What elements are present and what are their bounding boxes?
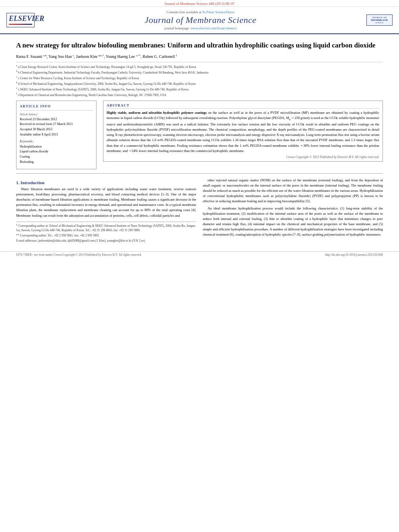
intro-right-para-1: other rejected natural organic matter (N… — [203, 178, 383, 204]
article-info-label: ARTICLE INFO — [20, 103, 93, 110]
sciverse-link[interactable]: SciVerse ScienceDirect — [202, 10, 234, 14]
keywords-label: Keywords: — [20, 139, 93, 144]
keywords-group: Keywords: Hydrophilization Liquid carbon… — [20, 139, 93, 165]
authors-line: Ratna F. Susanti a,b, Yang Soo Han c, Ja… — [16, 53, 383, 60]
jms-logo-bot: SCIENCE — [368, 22, 391, 24]
footnote-1: * Corresponding author at: School of Mec… — [16, 224, 196, 233]
affiliation-b: b b Chemical Engineering Department, Ind… — [16, 70, 383, 75]
authors-text: Ratna F. Susanti a,b, Yang Soo Han c, Ja… — [16, 54, 177, 59]
doi-text: http://dx.doi.org/10.1016/j.memsci.2013.… — [325, 253, 383, 257]
article-info-box: ARTICLE INFO Article history: Received 2… — [16, 101, 97, 169]
affiliation-e: e e SKKU Advanced Institute of Nano Tech… — [16, 86, 383, 92]
intro-right-col: other rejected natural organic matter (N… — [203, 178, 383, 244]
affiliation-d: d d School of Mechanical Engineering, Su… — [16, 81, 383, 86]
abstract-box: ABSTRACT Highly stable, uniform and ultr… — [103, 101, 383, 162]
copyright-line: Crown Copyright © 2013 Published by Else… — [107, 155, 379, 159]
intro-right-text: other rejected natural organic matter (N… — [203, 178, 383, 238]
journal-homepage: journal homepage: www.elsevier.com/locat… — [39, 26, 362, 30]
affiliations: a a Clean Energy Research Center, Korea … — [16, 62, 383, 97]
journal-reference-bar: Journal of Membrane Science 440 (2013) 8… — [0, 0, 399, 7]
intro-left-text: Water filtration membranes are used in a… — [16, 187, 196, 218]
introduction-section: 1. Introduction Water filtration membran… — [16, 178, 383, 244]
intro-left-para-1: Water filtration membranes are used in a… — [16, 187, 196, 218]
article-info-abstract-section: ARTICLE INFO Article history: Received 2… — [16, 101, 383, 169]
revised-date: Received in revised form 27 March 2013 — [20, 122, 93, 127]
footnote-2: ** Corresponding author. Tel.: +82 2 958… — [16, 233, 196, 238]
keyword-4: Biofouling — [20, 160, 93, 165]
footnote-3: E-mail addresses: jaehoonkim@skku.edu, k… — [16, 238, 196, 243]
elsevier-logo: ELSEVIER — [6, 13, 35, 27]
intro-right-para-2: An ideal membrane hydrophilization proce… — [203, 206, 383, 238]
footnotes: * Corresponding author at: School of Mec… — [16, 222, 196, 243]
journal-header: ELSEVIER Contents lists available at Sci… — [0, 7, 399, 34]
abstract-column: ABSTRACT Highly stable, uniform and ultr… — [103, 101, 383, 169]
received-date: Received 23 December 2012 — [20, 117, 93, 122]
journal-ref-text: Journal of Membrane Science 440 (2013) 8… — [165, 2, 234, 6]
abstract-text: Highly stable, uniform and ultrathin hyd… — [107, 110, 379, 154]
abstract-label: ABSTRACT — [107, 103, 379, 109]
keyword-2: Liquid carbon dioxide — [20, 149, 93, 154]
main-content: A new strategy for ultralow biofouling m… — [0, 34, 399, 248]
accepted-date: Accepted 30 March 2013 — [20, 127, 93, 132]
online-date: Available online 8 April 2013 — [20, 132, 93, 138]
jms-logo-mid: MEMBRANE — [368, 18, 391, 22]
article-info-column: ARTICLE INFO Article history: Received 2… — [16, 101, 97, 169]
history-label: Article history: — [20, 112, 93, 117]
section-divider — [16, 173, 383, 174]
affiliation-f: f f Department of Chemical and Biomolecu… — [16, 92, 383, 97]
keyword-3: Coating — [20, 154, 93, 160]
sciverse-line: Contents lists available at SciVerse Sci… — [39, 10, 362, 14]
keyword-1: Hydrophilization — [20, 144, 93, 150]
journal-url[interactable]: www.elsevier.com/locate/memsci — [191, 26, 237, 30]
elsevier-wordmark: ELSEVIER — [9, 14, 32, 23]
journal-header-center: Contents lists available at SciVerse Sci… — [39, 10, 362, 30]
intro-left-col: 1. Introduction Water filtration membran… — [16, 178, 196, 244]
affiliation-a: a a Clean Energy Research Center, Korea … — [16, 64, 383, 69]
affiliation-c: c c Center for Water Resource Cycling, K… — [16, 75, 383, 80]
paper-title: A new strategy for ultralow biofouling m… — [16, 41, 383, 50]
article-history-group: Article history: Received 23 December 20… — [20, 112, 93, 138]
intro-heading: 1. Introduction — [16, 180, 196, 185]
jms-logo: JOURNAL OF MEMBRANE SCIENCE — [366, 14, 393, 26]
journal-title: Journal of Membrane Science — [39, 15, 362, 25]
issn-text: 0376-7388/$ - see front matter Crown Cop… — [16, 253, 142, 257]
bottom-bar: 0376-7388/$ - see front matter Crown Cop… — [0, 251, 399, 258]
abstract-body: on the surface as well as in the pores o… — [107, 111, 379, 153]
abstract-bold-start: Highly stable, uniform and ultrathin hyd… — [107, 111, 207, 115]
